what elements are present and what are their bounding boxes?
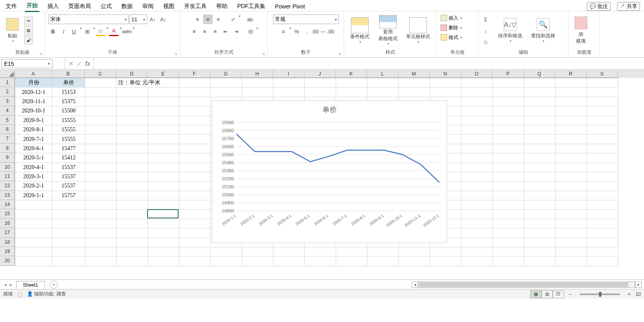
cell-L19[interactable] [367,247,399,257]
col-header-G[interactable]: G [210,70,242,78]
cell-J19[interactable] [305,247,336,257]
cell-L2[interactable] [367,88,399,97]
cell-C14[interactable] [85,200,117,210]
row-header-3[interactable]: 3 [0,97,15,106]
col-header-C[interactable]: C [85,70,116,78]
cell-B20[interactable] [52,257,85,266]
view-normal-button[interactable]: ▦ [530,290,541,298]
cell-F18[interactable] [179,238,211,247]
border-button[interactable]: ⊞ [82,26,92,36]
cell-E8[interactable] [148,144,179,153]
cell-E18[interactable] [148,238,179,247]
cell-I1[interactable] [273,78,305,88]
row-header-14[interactable]: 14 [0,200,15,209]
cell-K1[interactable] [336,78,367,88]
cell-E2[interactable] [148,88,179,97]
copy-icon[interactable]: ⧉ [24,26,33,35]
cell-E11[interactable] [148,172,179,181]
cell-S14[interactable] [587,200,618,210]
menu-文件[interactable]: 文件 [4,1,18,12]
cell-A17[interactable] [15,228,52,238]
cell-F16[interactable] [179,219,211,228]
cell-H1[interactable] [242,78,273,88]
menu-Power Pivot[interactable]: Power Pivot [273,2,307,11]
cell-C17[interactable] [85,228,117,238]
col-header-H[interactable]: H [242,70,273,78]
cell-F12[interactable] [179,181,211,191]
row-header-4[interactable]: 4 [0,106,15,115]
row-header-1[interactable]: 1 [0,78,15,87]
cell-D14[interactable] [117,200,148,210]
insert-cells-button[interactable]: 插入▾ [440,14,475,22]
cell-O6[interactable] [461,125,493,134]
cell-P18[interactable] [493,238,524,247]
cell-F10[interactable] [179,163,211,172]
add-sheet-button[interactable]: + [50,281,58,289]
row-header-13[interactable]: 13 [0,191,15,200]
menu-PDF工具集[interactable]: PDF工具集 [236,1,267,12]
cell-P1[interactable] [493,78,524,88]
cell-Q16[interactable] [524,219,556,228]
cell-E14[interactable] [148,200,179,210]
orientation-button[interactable]: ⤢ [228,14,238,24]
col-header-M[interactable]: M [398,70,430,78]
sort-filter-button[interactable]: A↓▽排序和筛选▾ [494,15,526,46]
zoom-out-button[interactable]: − [569,291,572,297]
cell-G2[interactable] [211,88,242,97]
sheet-tab-active[interactable]: Sheet1 [16,281,45,289]
cell-Q5[interactable] [524,116,556,125]
format-painter-icon[interactable]: 🖌 [24,36,33,45]
cell-R12[interactable] [556,181,587,191]
cell-B3[interactable]: 15375 [52,97,85,106]
cell-B11[interactable]: 15537 [52,172,85,181]
cell-M19[interactable] [399,247,430,257]
row-header-16[interactable]: 16 [0,219,15,228]
cell-R6[interactable] [556,125,587,134]
cell-O8[interactable] [461,144,493,153]
cell-S18[interactable] [587,238,618,247]
cell-P5[interactable] [493,116,524,125]
cell-M2[interactable] [399,88,430,97]
number-format-combo[interactable]: 常规▾ [273,14,339,24]
cell-A5[interactable]: 2020-9-1 [15,116,52,125]
cell-R14[interactable] [556,200,587,210]
cell-P2[interactable] [493,88,524,97]
cell-O20[interactable] [461,257,493,266]
cell-A7[interactable]: 2020-7-1 [15,135,52,144]
cell-D13[interactable] [117,191,148,200]
dialog-launcher-icon[interactable]: ↘ [338,51,341,56]
col-header-J[interactable]: J [304,70,336,78]
cell-B14[interactable] [52,200,85,210]
col-header-Q[interactable]: Q [524,70,555,78]
row-header-2[interactable]: 2 [0,87,15,96]
cell-C19[interactable] [85,247,117,257]
row-header-20[interactable]: 20 [0,256,15,265]
cell-R2[interactable] [556,88,587,97]
hscroll-right-icon[interactable]: ▸ [635,281,642,288]
cell-J20[interactable] [305,257,336,266]
decrease-decimal-button[interactable]: ←.00 [323,26,333,36]
cell-E15[interactable] [148,210,179,219]
cell-E9[interactable] [148,153,179,163]
menu-公式[interactable]: 公式 [99,1,113,12]
cell-K20[interactable] [336,257,367,266]
col-header-S[interactable]: S [587,70,618,78]
cell-D19[interactable] [117,247,148,257]
cell-A11[interactable]: 2020-3-1 [15,172,52,181]
cell-D9[interactable] [117,153,148,163]
row-header-8[interactable]: 8 [0,144,15,153]
cell-Q2[interactable] [524,88,556,97]
cell-B13[interactable]: 15757 [52,191,85,200]
cell-F9[interactable] [179,153,211,163]
cell-O7[interactable] [461,135,493,144]
cell-B4[interactable]: 15500 [52,106,85,116]
cell-A4[interactable]: 2020-10-1 [15,106,52,116]
spreadsheet-grid[interactable]: ABCDEFGHIJKLMNOPQRS 12345678910111213141… [0,70,644,279]
comment-button[interactable]: 💬 批注 [587,2,611,11]
cell-F20[interactable] [179,257,211,266]
cell-S13[interactable] [587,191,618,200]
cell-R11[interactable] [556,172,587,181]
cell-P12[interactable] [493,181,524,191]
tab-nav-next-icon[interactable]: ▸ [10,282,12,287]
cell-P6[interactable] [493,125,524,134]
